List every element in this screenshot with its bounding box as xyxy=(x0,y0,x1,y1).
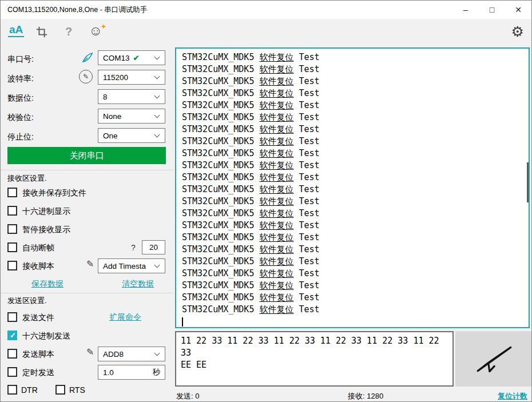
extend-command-link[interactable]: 扩展命令 xyxy=(109,312,141,323)
stopbits-label: 停止位: xyxy=(7,131,34,142)
timed-send-label: 定时发送 xyxy=(22,367,54,378)
receive-line: STM32CuMX_MDK5 软件复位 Test xyxy=(182,99,529,112)
receive-log[interactable]: STM32CuMX_MDK5 软件复位 TestSTM32CuMX_MDK5 软… xyxy=(175,47,530,328)
star-icon: ✦ xyxy=(101,20,107,34)
reset-count-link[interactable]: 复位计数 xyxy=(498,391,527,401)
send-script-select-value: ADD8 xyxy=(103,350,124,359)
receive-line: STM32CuMX_MDK5 软件复位 Test xyxy=(182,63,529,75)
text-cursor xyxy=(182,317,183,327)
port-select[interactable]: COM13 ✔ xyxy=(98,50,165,65)
port-ok-icon: ✔ xyxy=(133,54,140,62)
chevron-down-icon xyxy=(154,73,160,79)
receive-line: STM32CuMX_MDK5 软件复位 Test xyxy=(182,208,529,220)
receive-settings-title: 接收区设置. xyxy=(7,174,47,183)
chevron-down-icon xyxy=(154,112,160,118)
baud-label: 波特率: xyxy=(7,73,34,84)
stopbits-select-value: One xyxy=(103,132,118,140)
checkbox-receive-script[interactable] xyxy=(7,261,17,270)
send-input[interactable]: 11 22 33 11 22 33 11 22 33 11 22 33 11 2… xyxy=(175,331,454,387)
send-button[interactable] xyxy=(455,331,532,387)
checkbox-send-script[interactable] xyxy=(7,349,17,359)
chevron-down-icon xyxy=(154,350,160,356)
chevron-down-icon xyxy=(154,132,160,137)
receive-line: STM32CuMX_MDK5 软件复位 Test xyxy=(182,268,529,280)
receive-line: STM32CuMX_MDK5 软件复位 Test xyxy=(182,232,529,244)
pen-icon: ✎ xyxy=(83,73,89,81)
receive-line: STM32CuMX_MDK5 软件复位 Test xyxy=(182,256,529,268)
hex-send-label: 十六进制发送 xyxy=(22,330,70,341)
receive-script-pen-icon[interactable]: ✎ xyxy=(86,260,94,269)
auto-frame-label: 自动断帧 xyxy=(22,242,54,253)
dtr-label: DTR xyxy=(21,384,38,396)
receive-line: STM32CuMX_MDK5 软件复位 Test xyxy=(182,172,529,184)
sent-value: 0 xyxy=(195,392,199,400)
auto-frame-help-icon[interactable]: ? xyxy=(131,242,136,253)
stopbits-select[interactable]: One xyxy=(98,128,165,143)
divider xyxy=(1,293,173,293)
receive-line: STM32CuMX_MDK5 软件复位 Test xyxy=(182,160,529,172)
timed-send-interval-input[interactable]: 1.0 秒 xyxy=(98,365,165,380)
checkbox-timed-send[interactable] xyxy=(7,367,17,377)
receive-line: STM32CuMX_MDK5 软件复位 Test xyxy=(182,244,529,256)
crop-button[interactable] xyxy=(35,26,48,41)
help-button[interactable]: ? xyxy=(65,25,72,38)
send-script-pen-icon[interactable]: ✎ xyxy=(86,348,94,357)
close-port-button[interactable]: 关闭串口 xyxy=(7,147,166,164)
receive-line: STM32CuMX_MDK5 软件复位 Test xyxy=(182,292,529,304)
receive-script-select[interactable]: Add Timesta xyxy=(98,258,165,273)
edit-baud-icon[interactable]: ✎ xyxy=(79,70,93,83)
receive-line: STM32CuMX_MDK5 软件复位 Test xyxy=(182,148,529,160)
send-settings-title: 发送区设置. xyxy=(7,296,47,305)
save-to-file-label: 接收并保存到文件 xyxy=(22,187,86,198)
chevron-down-icon xyxy=(154,93,160,98)
save-data-link[interactable]: 保存数据 xyxy=(31,279,63,289)
checkbox-dtr[interactable] xyxy=(7,385,17,395)
checkbox-hex-display[interactable] xyxy=(7,206,17,216)
frame-timeout-input[interactable] xyxy=(142,240,165,254)
port-label: 串口号: xyxy=(7,53,34,65)
checkbox-rts[interactable] xyxy=(55,385,65,395)
window-controls: – □ ✕ xyxy=(452,1,531,19)
title-bar: COM13,115200,None,8,One - 串口调试助手 – □ ✕ xyxy=(1,1,531,19)
receive-scrollbar-thumb[interactable] xyxy=(527,162,529,202)
clear-data-link[interactable]: 清空数据 xyxy=(122,279,154,289)
checkbox-pause-display[interactable] xyxy=(7,224,17,234)
crop-icon xyxy=(35,26,48,38)
help-icon: ? xyxy=(65,25,72,38)
font-settings-button[interactable]: aA xyxy=(8,23,24,36)
receive-line: STM32CuMX_MDK5 软件复位 Test xyxy=(182,280,529,292)
scan-ports-icon[interactable] xyxy=(81,51,94,66)
receive-line: STM32CuMX_MDK5 软件复位 Test xyxy=(182,196,529,208)
checkbox-hex-send[interactable] xyxy=(7,331,17,340)
maximize-button[interactable]: □ xyxy=(479,1,505,19)
close-button[interactable]: ✕ xyxy=(505,1,531,19)
feedback-button[interactable]: ☺ ✦ xyxy=(89,24,103,38)
send-input-line: 11 22 33 11 22 33 11 22 33 11 22 33 11 2… xyxy=(181,335,448,359)
chevron-down-icon xyxy=(154,262,160,268)
window-title: COM13,115200,None,8,One - 串口调试助手 xyxy=(1,5,147,15)
send-file-label: 发送文件 xyxy=(22,312,54,323)
receive-line: STM32CuMX_MDK5 软件复位 Test xyxy=(182,184,529,196)
hex-display-label: 十六进制显示 xyxy=(22,205,70,217)
settings-gear-button[interactable]: ⚙ xyxy=(511,25,524,39)
checkbox-send-file[interactable] xyxy=(7,312,17,322)
toolbar: aA ? ☺ ✦ ⚙ xyxy=(1,19,531,46)
send-script-select[interactable]: ADD8 xyxy=(98,347,165,361)
parity-label: 校验位: xyxy=(7,112,34,123)
checkbox-auto-frame[interactable] xyxy=(7,242,17,252)
timed-send-value: 1.0 xyxy=(103,368,114,377)
parity-select[interactable]: None xyxy=(98,109,165,124)
receive-line: STM32CuMX_MDK5 软件复位 Test xyxy=(182,304,529,316)
baud-select[interactable]: 115200 xyxy=(98,70,165,85)
paper-plane-icon xyxy=(475,345,513,373)
receive-line: STM32CuMX_MDK5 软件复位 Test xyxy=(182,220,529,232)
databits-select[interactable]: 8 xyxy=(98,89,165,104)
minimize-button[interactable]: – xyxy=(452,1,479,19)
baud-select-value: 115200 xyxy=(103,73,128,82)
timed-send-unit: 秒 xyxy=(153,367,161,377)
send-input-line: EE EE xyxy=(181,359,448,371)
checkbox-save-to-file[interactable] xyxy=(7,188,17,197)
sent-counter: 发送: 0 xyxy=(176,391,199,401)
gear-icon: ⚙ xyxy=(511,23,524,39)
receive-line: STM32CuMX_MDK5 软件复位 Test xyxy=(182,75,529,87)
